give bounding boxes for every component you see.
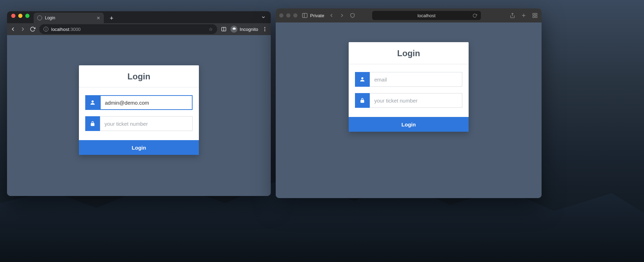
user-icon xyxy=(85,95,100,110)
globe-icon xyxy=(37,15,42,20)
address-bar[interactable]: i localhost:3000 ☆ xyxy=(39,24,217,34)
sidebar-icon[interactable] xyxy=(302,12,308,19)
login-title: Login xyxy=(349,48,469,58)
reload-icon[interactable] xyxy=(472,12,478,19)
forward-icon[interactable] xyxy=(339,12,345,19)
site-info-icon[interactable]: i xyxy=(43,27,48,32)
address-bar[interactable]: localhost xyxy=(372,11,481,20)
chrome-toolbar: i localhost:3000 ☆ Incognito xyxy=(7,23,271,35)
private-label: Private xyxy=(310,13,324,18)
minimize-window-button[interactable] xyxy=(286,13,290,18)
shield-icon[interactable] xyxy=(349,12,356,19)
window-controls xyxy=(10,14,32,21)
ticket-row xyxy=(355,93,462,108)
svg-rect-11 xyxy=(535,13,537,15)
back-icon[interactable] xyxy=(10,26,16,32)
tabs-dropdown-icon[interactable] xyxy=(259,15,268,23)
login-button[interactable]: Login xyxy=(349,117,469,132)
safari-toolbar: Private localhost xyxy=(276,8,542,22)
login-form xyxy=(79,87,199,140)
svg-rect-5 xyxy=(302,13,307,18)
incognito-label: Incognito xyxy=(240,27,258,32)
window-controls xyxy=(279,13,297,18)
close-tab-icon[interactable]: ✕ xyxy=(96,15,100,21)
safari-viewport: Login Login xyxy=(276,22,542,198)
email-input[interactable] xyxy=(100,95,193,110)
close-window-button[interactable] xyxy=(11,14,15,18)
ticket-input[interactable] xyxy=(100,116,193,131)
login-button[interactable]: Login xyxy=(79,140,199,155)
panel-icon[interactable] xyxy=(221,26,227,32)
user-icon xyxy=(355,72,370,87)
safari-right-controls xyxy=(509,12,538,19)
svg-point-4 xyxy=(264,30,266,31)
share-icon[interactable] xyxy=(509,12,516,19)
tab-overview-icon[interactable] xyxy=(532,12,538,19)
login-header: Login xyxy=(349,42,469,64)
new-tab-icon[interactable] xyxy=(521,12,527,19)
login-card: Login Login xyxy=(349,42,469,132)
private-indicator[interactable]: Private xyxy=(302,12,324,19)
svg-point-2 xyxy=(264,27,266,28)
svg-rect-13 xyxy=(535,16,537,18)
bookmark-star-icon[interactable]: ☆ xyxy=(209,27,213,32)
incognito-indicator[interactable]: Incognito xyxy=(230,26,258,33)
ticket-input[interactable] xyxy=(370,93,462,108)
kebab-menu-icon[interactable] xyxy=(262,26,268,32)
url-host: localhost:3000 xyxy=(51,27,81,32)
safari-window: Private localhost xyxy=(276,8,542,198)
email-row xyxy=(355,72,462,87)
tab-title: Login xyxy=(45,15,55,20)
browser-tab[interactable]: Login ✕ xyxy=(34,13,104,23)
maximize-window-button[interactable] xyxy=(25,14,29,18)
minimize-window-button[interactable] xyxy=(18,14,22,18)
incognito-icon xyxy=(230,26,237,33)
lock-icon xyxy=(85,116,100,131)
login-header: Login xyxy=(79,65,199,87)
login-title: Login xyxy=(79,72,199,81)
forward-icon[interactable] xyxy=(20,26,26,32)
chrome-tab-bar: Login ✕ + xyxy=(7,11,271,23)
back-icon[interactable] xyxy=(328,12,335,19)
svg-rect-10 xyxy=(533,13,535,15)
svg-point-3 xyxy=(264,29,266,30)
chrome-window: Login ✕ + i localhost:3000 ☆ In xyxy=(7,11,271,196)
reload-icon[interactable] xyxy=(29,26,36,32)
email-row xyxy=(85,95,193,110)
lock-icon xyxy=(355,93,370,108)
url-text: localhost xyxy=(417,13,435,18)
close-window-button[interactable] xyxy=(279,13,283,18)
chrome-viewport: Login Login xyxy=(7,35,271,196)
svg-rect-12 xyxy=(533,16,535,18)
login-card: Login Login xyxy=(79,65,199,155)
new-tab-button[interactable]: + xyxy=(107,13,116,23)
email-input[interactable] xyxy=(370,72,462,87)
ticket-row xyxy=(85,116,193,131)
maximize-window-button[interactable] xyxy=(293,13,297,18)
login-form xyxy=(349,64,469,117)
